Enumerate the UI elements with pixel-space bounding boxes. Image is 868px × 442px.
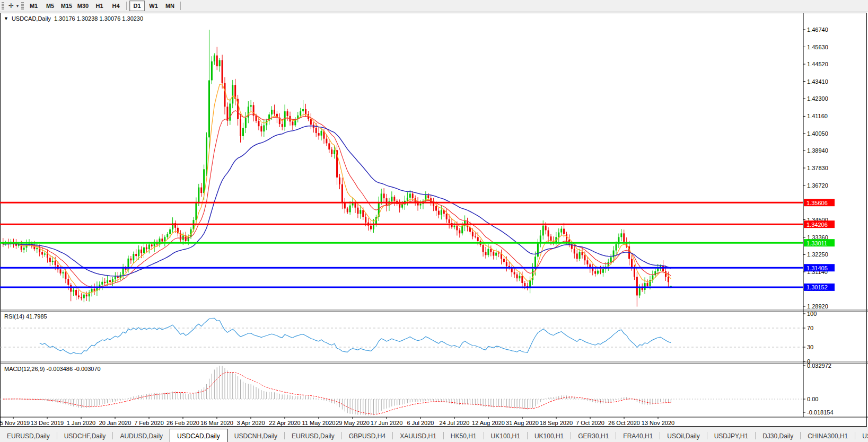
svg-text:22 Apr 2020: 22 Apr 2020 [269, 420, 300, 426]
chart-tab-eurusd-daily[interactable]: EURUSD,Daily [285, 429, 341, 442]
rsi-line [40, 318, 671, 354]
svg-text:1.35606: 1.35606 [806, 200, 828, 206]
chart-tabs: EURUSD,DailyUSDCHF,DailyAUDUSD,DailyUSDC… [0, 428, 868, 442]
time-axis: 25 Nov 201913 Dec 20191 Jan 202020 Jan 2… [0, 417, 674, 426]
svg-text:7 Oct 2020: 7 Oct 2020 [576, 420, 604, 426]
chart-tab-ger30-h1[interactable]: GER30,H1 [571, 429, 616, 442]
toolbar-separator [126, 2, 127, 10]
svg-text:0.00: 0.00 [807, 396, 818, 402]
macd-histogram [3, 366, 671, 416]
chart-tab-gbpusd-h4[interactable]: GBPUSD,H4 [342, 429, 392, 442]
toolbar-separator [180, 2, 181, 10]
timeframe-button-m15[interactable]: M15 [59, 1, 74, 11]
svg-text:1.43410: 1.43410 [807, 78, 828, 85]
svg-text:24 Jul 2020: 24 Jul 2020 [440, 420, 470, 426]
svg-text:12 Aug 2020: 12 Aug 2020 [472, 420, 505, 426]
svg-text:1.44520: 1.44520 [807, 61, 828, 67]
symbol-period-label: USDCAD,Daily [12, 15, 51, 22]
chart-tab-usoil-daily[interactable]: USOil,Daily [660, 429, 706, 442]
toolbar-grip[interactable] [21, 2, 24, 10]
main-plot [2, 30, 672, 307]
chart-tab-dj30-daily[interactable]: DJ30,Daily [756, 429, 800, 442]
svg-text:70: 70 [807, 325, 813, 331]
svg-text:1.40050: 1.40050 [807, 130, 828, 137]
chart-tab-usdcad-daily[interactable]: USDCAD,Daily [170, 429, 227, 442]
timeframe-button-d1[interactable]: D1 [129, 1, 145, 11]
chart-tab-uk100-h1[interactable]: UK100,H1 [484, 429, 527, 442]
timeframe-button-w1[interactable]: W1 [146, 1, 161, 11]
svg-text:1.37830: 1.37830 [807, 165, 828, 171]
chart-tab-usdchf-daily[interactable]: USDCHF,Daily [57, 429, 113, 442]
svg-text:1.36720: 1.36720 [807, 182, 828, 189]
chart-tab-uk100-h1[interactable]: UK100,H1 [528, 429, 571, 442]
macd-signal-line [3, 373, 671, 414]
svg-text:25 Nov 2019: 25 Nov 2019 [0, 420, 30, 426]
svg-text:7 Feb 2020: 7 Feb 2020 [134, 420, 164, 426]
svg-text:17 Jun 2020: 17 Jun 2020 [371, 420, 403, 426]
price-level-badge: 1.35606 [804, 199, 835, 206]
price-chart-canvas[interactable]: 1.467401.456301.445201.434101.423001.411… [0, 13, 868, 428]
mt4-terminal: { "toolbar": { "tool_icon": "crosshair-c… [0, 0, 868, 442]
price-level-badge: 1.33011 [804, 239, 835, 246]
timeframe-button-m30[interactable]: M30 [75, 1, 91, 11]
svg-text:1.33011: 1.33011 [806, 240, 827, 246]
svg-text:-0.018154: -0.018154 [807, 409, 834, 416]
svg-text:1.38940: 1.38940 [807, 147, 828, 154]
svg-text:1.31405: 1.31405 [806, 265, 828, 271]
chart-tab-china300-h1[interactable]: CHINA300,H1 [801, 429, 855, 442]
macd-indicator-label: MACD(12,26,9) -0.003486 -0.003070 [4, 366, 101, 372]
svg-text:13 Dec 2019: 13 Dec 2019 [31, 420, 64, 426]
chart-tab-xauusd-h1[interactable]: XAUUSD,H1 [393, 429, 443, 442]
timeframe-button-m5[interactable]: M5 [42, 1, 58, 11]
toolbar-grip[interactable] [2, 2, 4, 10]
timeframe-toolbar: ✛ ▾ M1M5M15M30H1H4D1W1MN [0, 0, 868, 12]
svg-text:18 Sep 2020: 18 Sep 2020 [540, 420, 573, 426]
timeframe-button-m1[interactable]: M1 [26, 1, 41, 11]
chart-tab-bar: EURUSD,DailyUSDCHF,DailyAUDUSD,DailyUSDC… [0, 428, 868, 442]
ohlc-quote: 1.30176 1.30238 1.30076 1.30230 [54, 15, 143, 22]
ma-line-13 [3, 111, 671, 288]
chart-tab-fra40-h1[interactable]: FRA40,H1 [616, 429, 660, 442]
svg-text:1.34206: 1.34206 [806, 222, 828, 228]
svg-text:30: 30 [807, 344, 813, 350]
price-level-badge: 1.30152 [804, 284, 835, 291]
main-rsi-splitter[interactable] [0, 309, 868, 312]
svg-text:3 Apr 2020: 3 Apr 2020 [236, 420, 265, 426]
collapse-icon[interactable]: ▼ [4, 16, 8, 21]
ma-line-6 [3, 84, 671, 294]
chart-tab-usdcnh-daily[interactable]: USDCNH,Daily [227, 429, 284, 442]
svg-text:6 Jul 2020: 6 Jul 2020 [407, 420, 434, 426]
rsi-indicator-label: RSI(14) 41.7985 [4, 313, 47, 320]
svg-text:1.41160: 1.41160 [807, 113, 828, 119]
svg-text:1.32250: 1.32250 [807, 251, 828, 258]
svg-text:26 Feb 2020: 26 Feb 2020 [166, 420, 199, 426]
svg-text:1.45630: 1.45630 [807, 44, 828, 50]
timeframe-button-h4[interactable]: H4 [108, 1, 124, 11]
crosshair-cursor-icon[interactable]: ✛ [6, 1, 16, 11]
chart-tab-usdjpy-h1[interactable]: USDJPY,H1 [707, 429, 755, 442]
price-level-badge: 1.31405 [804, 264, 835, 271]
chart-tab-hk50-h1[interactable]: HK50,H1 [444, 429, 484, 442]
chart-tab-audusd-daily[interactable]: AUDUSD,Daily [113, 429, 170, 442]
svg-text:1 Jan 2020: 1 Jan 2020 [67, 420, 95, 426]
svg-text:1.30152: 1.30152 [806, 284, 828, 290]
svg-text:1.46740: 1.46740 [807, 26, 828, 33]
timeframe-button-h1[interactable]: H1 [92, 1, 107, 11]
timeframe-buttons: M1M5M15M30H1H4D1W1MN [25, 1, 178, 11]
timeframe-button-mn[interactable]: MN [162, 1, 178, 11]
svg-text:16 Mar 2020: 16 Mar 2020 [200, 420, 233, 426]
candles-series [2, 30, 672, 307]
svg-text:31 Aug 2020: 31 Aug 2020 [506, 420, 539, 426]
chevron-down-icon[interactable]: ▾ [16, 4, 19, 8]
svg-text:1.42300: 1.42300 [807, 95, 828, 102]
svg-text:29 May 2020: 29 May 2020 [336, 420, 370, 426]
svg-text:20 Jan 2020: 20 Jan 2020 [99, 420, 131, 426]
price-level-badge: 1.34206 [804, 220, 835, 228]
rsi-macd-splitter[interactable] [0, 361, 868, 364]
chart-tab-eurusd-daily[interactable]: EURUSD,Daily [0, 429, 57, 442]
chart-window-title: ▼ USDCAD,Daily 1.30176 1.30238 1.30076 1… [4, 15, 143, 22]
chart-tab-usoil-h1[interactable]: USOil,H1 [855, 429, 868, 442]
svg-text:13 Nov 2020: 13 Nov 2020 [642, 420, 674, 426]
svg-text:26 Oct 2020: 26 Oct 2020 [608, 420, 640, 426]
svg-text:11 May 2020: 11 May 2020 [302, 420, 336, 426]
